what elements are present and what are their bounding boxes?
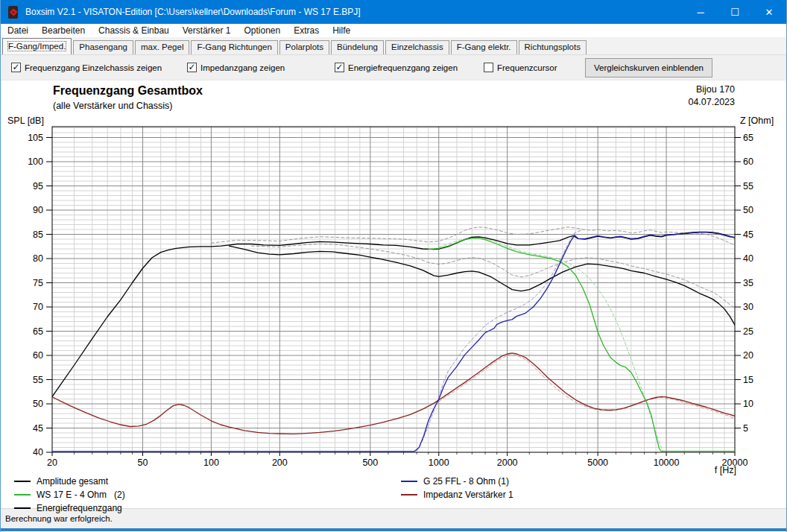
svg-text:100: 100: [28, 156, 43, 167]
checkbox-checked-icon[interactable]: ✓: [335, 63, 344, 72]
legend-left-column: Amplitude gesamtWS 17 E - 4 Ohm (2)Energ…: [14, 475, 125, 515]
menu-item-6[interactable]: Hilfe: [326, 25, 357, 37]
minimize-button[interactable]: ─: [683, 0, 718, 24]
svg-text:45: 45: [743, 229, 753, 240]
menu-item-3[interactable]: Verstärker 1: [176, 25, 238, 37]
svg-text:50: 50: [33, 399, 43, 409]
svg-text:65: 65: [743, 133, 753, 143]
tab-4[interactable]: Polarplots: [279, 40, 329, 54]
legend-label: G 25 FFL - 8 Ohm (1): [423, 476, 509, 487]
tab-7[interactable]: F-Gang elektr.: [451, 40, 517, 54]
checkbox-checked-icon[interactable]: ✓: [187, 63, 197, 72]
menu-bar: DateiBearbeitenChassis & EinbauVerstärke…: [1, 24, 786, 38]
tab-8[interactable]: Richtungsplots: [519, 40, 587, 54]
window-title: Boxsim V2.1 - VISATON-Edition [C:\Users\…: [25, 7, 683, 17]
curve-vergleich-ws-17-e: [439, 237, 663, 452]
menu-item-5[interactable]: Extras: [287, 25, 326, 37]
checkbox-0[interactable]: ✓Frequenzgang Einzelchassis zeigen: [11, 63, 162, 72]
x-axis-label: f [Hz]: [715, 465, 736, 475]
checkbox-label: Frequenzgang Einzelchassis zeigen: [25, 63, 162, 72]
legend-item: WS 17 E - 4 Ohm (2): [14, 488, 125, 501]
legend-label: Amplitude gesamt: [37, 476, 108, 487]
options-toolbar: Vergleichskurven einblenden ✓Frequenzgan…: [1, 54, 786, 80]
svg-text:105: 105: [28, 133, 43, 143]
svg-text:20: 20: [47, 457, 57, 468]
svg-text:5: 5: [743, 423, 748, 434]
menu-item-2[interactable]: Chassis & Einbau: [92, 25, 176, 37]
menu-item-0[interactable]: Datei: [1, 25, 35, 37]
tab-5[interactable]: Bündelung: [331, 40, 384, 54]
project-name: Bijou 170: [696, 84, 735, 95]
legend-label: Energiefrequenzgang: [37, 503, 122, 513]
tab-2[interactable]: max. Pegel: [135, 40, 190, 54]
close-button[interactable]: ✕: [752, 0, 786, 24]
menu-item-4[interactable]: Optionen: [237, 25, 287, 37]
svg-text:5000: 5000: [587, 457, 608, 468]
app-icon: [7, 6, 20, 19]
title-bar: Boxsim V2.1 - VISATON-Edition [C:\Users\…: [1, 0, 786, 24]
svg-text:10000: 10000: [654, 457, 680, 468]
show-comparison-curves-button[interactable]: Vergleichskurven einblenden: [585, 58, 712, 77]
y-axis-right-label: Z [Ohm]: [740, 115, 774, 126]
svg-text:60: 60: [743, 156, 753, 167]
chart-subtitle: (alle Verstärker und Chassis): [53, 101, 172, 111]
legend-line-sample: [14, 481, 31, 482]
svg-text:50: 50: [138, 457, 148, 468]
legend-line-sample: [14, 494, 31, 495]
chart-date: 04.07.2023: [688, 97, 735, 107]
svg-text:70: 70: [33, 302, 43, 312]
legend-item: Amplitude gesamt: [14, 475, 125, 488]
svg-text:50: 50: [743, 205, 753, 215]
svg-text:35: 35: [743, 278, 753, 288]
tab-6[interactable]: Einzelchassis: [385, 40, 449, 54]
checkbox-unchecked-icon[interactable]: [484, 63, 493, 72]
frequency-response-chart: 4045505560657075808590951001055101520253…: [1, 80, 787, 508]
svg-text:200: 200: [272, 457, 288, 468]
status-text: Berechnung war erfolgreich.: [5, 514, 113, 523]
svg-text:500: 500: [362, 457, 378, 468]
chart-title: Frequenzgang Gesamtbox: [53, 84, 203, 98]
svg-text:95: 95: [33, 181, 43, 191]
checkbox-1[interactable]: ✓Impedanzgang zeigen: [187, 63, 285, 72]
svg-text:45: 45: [33, 423, 43, 434]
chart-panel: 4045505560657075808590951001055101520253…: [1, 80, 787, 508]
tab-1[interactable]: Phasengang: [73, 40, 133, 54]
svg-text:1000: 1000: [429, 457, 449, 468]
checkbox-label: Impedanzgang zeigen: [200, 63, 285, 72]
svg-text:85: 85: [33, 229, 43, 240]
checkbox-checked-icon[interactable]: ✓: [11, 63, 21, 72]
menu-item-1[interactable]: Bearbeiten: [35, 25, 92, 37]
curve-energiefrequenzgang: [230, 246, 735, 325]
legend-label: WS 17 E - 4 Ohm (2): [37, 490, 125, 500]
checkbox-2[interactable]: ✓Energiefrequenzgang zeigen: [335, 63, 458, 72]
svg-text:55: 55: [743, 181, 753, 191]
svg-text:10: 10: [743, 399, 753, 409]
svg-text:90: 90: [33, 205, 43, 215]
svg-text:25: 25: [743, 326, 753, 337]
tab-0[interactable]: F-Gang/Imped.: [2, 38, 72, 54]
svg-text:65: 65: [33, 326, 43, 337]
tab-3[interactable]: F-Gang Richtungen: [191, 40, 277, 54]
legend-line-sample: [14, 507, 31, 509]
maximize-button[interactable]: ☐: [718, 0, 752, 24]
legend-item: G 25 FFL - 8 Ohm (1): [401, 475, 513, 488]
svg-text:30: 30: [743, 302, 753, 312]
legend-item: Impedanz Verstärker 1: [401, 488, 513, 501]
legend-label: Impedanz Verstärker 1: [423, 490, 513, 500]
svg-text:55: 55: [33, 375, 43, 385]
window-bottom-border: [1, 528, 786, 531]
svg-text:2000: 2000: [497, 457, 518, 468]
svg-text:20: 20: [743, 350, 753, 361]
svg-text:75: 75: [33, 278, 43, 288]
svg-text:40: 40: [743, 253, 753, 264]
legend-item: Energiefrequenzgang: [14, 501, 125, 515]
curve-amplitude-gesamt: [52, 232, 735, 396]
legend-right-column: G 25 FFL - 8 Ohm (1)Impedanz Verstärker …: [401, 475, 513, 501]
svg-text:15: 15: [743, 375, 753, 385]
checkbox-3[interactable]: Frequenzcursor: [484, 63, 557, 72]
legend-line-sample: [401, 494, 417, 495]
y-axis-left-label: SPL [dB]: [7, 115, 44, 126]
svg-text:60: 60: [33, 350, 43, 361]
checkbox-label: Energiefrequenzgang zeigen: [348, 63, 458, 72]
app-window: Boxsim V2.1 - VISATON-Edition [C:\Users\…: [0, 0, 787, 532]
